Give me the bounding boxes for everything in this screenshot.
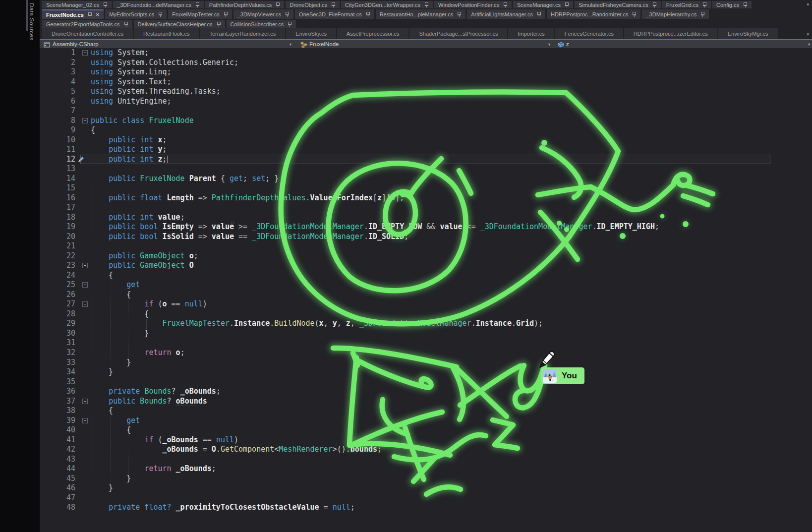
tab-DeliverySurfaceClassHelper.cs[interactable]: DeliverySurfaceClassHelper.cs [134,20,225,28]
tab-HDRPPostproce...izerEditor.cs[interactable]: HDRPPostproce...izerEditor.cs [624,28,718,39]
class-dropdown[interactable]: FruxelNode [309,41,339,47]
code-text: private Bounds? _oBounds; [91,387,221,397]
tab-OneSec3D_FileFormat.cs[interactable]: OneSec3D_FileFormat.cs [295,9,374,19]
chevron-down-icon[interactable]: ▾ [290,42,291,47]
line-number: 27 [40,299,78,309]
pin-icon[interactable] [700,11,705,17]
code-line-37: 37 public Bounds? oBounds [40,397,812,407]
pin-icon[interactable] [457,11,462,17]
tab-EnviroSkyMgr.cs[interactable]: EnviroSkyMgr.cs [718,28,779,39]
line-number: 16 [40,193,78,203]
code-text: public GameObject O [91,261,194,271]
tab-TerrainLayerRandomizer.cs[interactable]: TerrainLayerRandomizer.cs [200,28,286,39]
tab-PathfinderDepthValues.cs[interactable]: PathfinderDepthValues.cs [205,1,284,8]
pin-icon[interactable] [288,21,292,27]
tab-SceneManager.cs[interactable]: SceneManager.cs [513,1,573,8]
tab-FruxelMapTester.cs[interactable]: FruxelMapTester.cs [168,9,232,19]
line-number: 4 [40,77,78,87]
tab-_3DFoundatio...delManager.cs[interactable]: _3DFoundatio...delManager.cs [113,1,204,8]
pin-icon[interactable] [743,2,748,7]
pin-icon[interactable] [103,2,108,7]
chevron-down-icon[interactable]: ▾ [548,42,550,47]
code-line-27: 27 if (o == null) [40,299,812,309]
code-text: { [91,425,131,435]
tab-DroneOrientationController.cs[interactable]: DroneOrientationController.cs [42,28,134,39]
fold-collapse-icon[interactable] [82,282,88,288]
sidebar-tab-data-sources[interactable]: Data Sources [29,3,35,41]
tab-overflow-icon[interactable]: ▾ [807,32,809,37]
pin-icon[interactable] [366,11,370,17]
tab-SceneManager_02.cs[interactable]: SceneManager_02.cs [42,1,112,8]
code-text: public int y; [91,145,167,155]
text-caret [168,156,169,163]
tab-FencesGenerator.cs[interactable]: FencesGenerator.cs [555,28,624,39]
fold-collapse-icon[interactable] [82,263,88,268]
tab-Config.cs[interactable]: Config.cs [712,1,752,8]
tab-_3DMapHierarchy.cs[interactable]: _3DMapHierarchy.cs [642,9,709,19]
code-line-13: 13 [40,164,812,174]
tab-ArtificialLightsManager.cs[interactable]: ArtificialLightsManager.cs [467,9,545,19]
pin-icon[interactable] [652,2,657,7]
tab-ShaderPackage...stProcessor.cs[interactable]: ShaderPackage...stProcessor.cs [409,28,508,39]
tab-HDRPPostproc...Randomizer.cs[interactable]: HDRPPostproc...Randomizer.cs [547,9,641,19]
pin-icon[interactable] [424,2,429,7]
pin-icon[interactable] [565,2,569,7]
pencil-cursor-icon [537,350,557,371]
tab-SimulatedFisheyeCamera.cs[interactable]: SimulatedFisheyeCamera.cs [575,1,661,8]
code-line-12: 12 public int z; [40,155,812,165]
pin-icon[interactable] [217,21,221,27]
code-text: return o; [91,348,185,358]
tab-Importer.cs[interactable]: Importer.cs [508,28,555,39]
code-line-10: 10 public int x; [40,135,812,145]
line-number: 12 [40,155,78,165]
close-icon[interactable]: ✕ [96,12,100,17]
pin-icon[interactable] [632,11,637,17]
pin-icon[interactable] [158,11,163,17]
code-text: using System.Collections.Generic; [91,58,238,68]
tab-label: AssetPreprocessor.cs [347,31,399,37]
tab-RestaurantHo...pleManager.cs[interactable]: RestaurantHo...pleManager.cs [376,9,466,19]
tab-_3DMapViewer.cs[interactable]: _3DMapViewer.cs [233,9,293,19]
code-text: using System.Linq; [91,67,172,77]
code-text: public int x; [91,135,167,145]
fold-collapse-icon[interactable] [82,50,88,56]
pin-icon[interactable] [276,2,280,7]
tab-FruxelNode.cs[interactable]: FruxelNode.cs✕ [42,9,104,19]
pin-icon[interactable] [537,11,541,17]
pin-icon[interactable] [285,11,290,17]
pin-icon[interactable] [124,21,128,27]
code-editor[interactable]: 1using System;2using System.Collections.… [40,48,812,532]
tab-label: DeliverySurfaceClassHelper.cs [138,21,213,27]
pin-icon[interactable] [88,12,92,17]
pin-icon[interactable] [503,2,508,7]
tab-overflow-icon[interactable]: ▾ [807,2,809,7]
tab-label: RestaurantHook.cs [143,31,190,37]
tab-WindowPositionFinder.cs[interactable]: WindowPositionFinder.cs [434,1,512,8]
tab-FruxelGrid.cs[interactable]: FruxelGrid.cs [662,1,711,8]
line-number: 19 [40,222,78,232]
tab-label: FruxelNode.cs [46,12,84,18]
tab-label: TerrainLayerRandomizer.cs [209,31,276,37]
pin-icon[interactable] [331,2,336,7]
tab-EnviroSky.cs[interactable]: EnviroSky.cs [286,28,337,39]
pin-icon[interactable] [702,2,707,7]
pin-icon[interactable] [224,11,228,17]
fold-collapse-icon[interactable] [82,118,88,123]
pin-icon[interactable] [195,2,200,7]
tab-CityGen3DGen...torWrapper.cs[interactable]: CityGen3DGen...torWrapper.cs [341,1,433,8]
code-text: return _oBounds; [91,464,216,474]
tab-MyEditorScripts.cs[interactable]: MyEditorScripts.cs [105,9,167,19]
line-number: 38 [40,406,78,416]
line-number: 2 [40,58,78,68]
project-dropdown[interactable]: Assembly-CSharp [53,41,99,47]
tab-AssetPreprocessor.cs[interactable]: AssetPreprocessor.cs [337,28,409,39]
tab-CollisionSubscriber.cs[interactable]: CollisionSubscriber.cs [227,20,296,28]
fold-collapse-icon[interactable] [82,399,88,404]
chevron-down-icon[interactable]: ▾ [808,42,810,47]
tab-RestaurantHook.cs[interactable]: RestaurantHook.cs [134,28,200,39]
fold-collapse-icon[interactable] [82,418,88,423]
fold-collapse-icon[interactable] [82,301,88,307]
member-dropdown[interactable]: z [566,41,569,47]
tab-Generator2ExportMapTools.cs[interactable]: Generator2ExportMapTools.cs [42,20,132,28]
tab-DroneObject.cs[interactable]: DroneObject.cs [286,1,340,8]
